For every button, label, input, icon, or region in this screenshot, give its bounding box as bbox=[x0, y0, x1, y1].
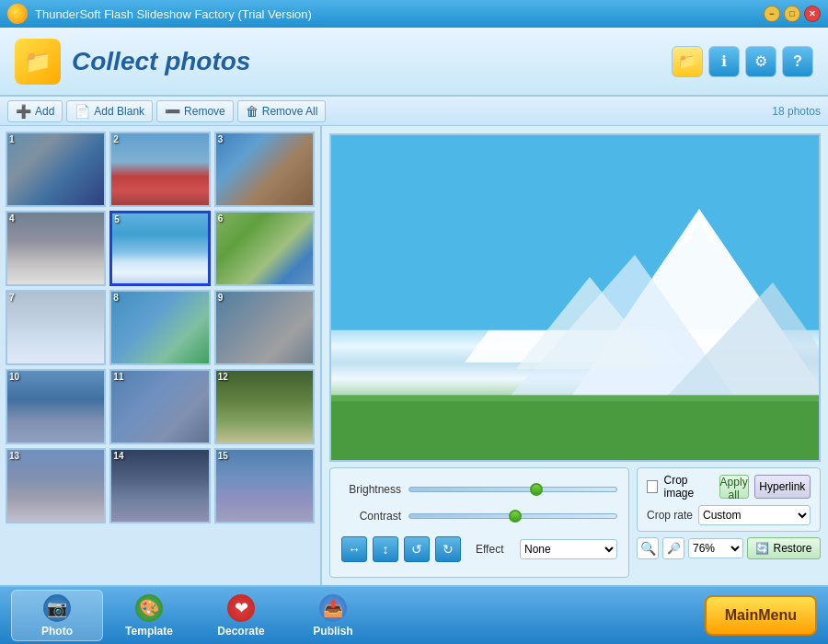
zoom-select[interactable]: 76% 25% 50% 100% bbox=[688, 538, 743, 558]
photo-cell-2[interactable]: 2 bbox=[109, 132, 210, 207]
add-blank-label: Add Blank bbox=[94, 105, 144, 118]
contrast-track[interactable] bbox=[408, 513, 617, 519]
contrast-thumb[interactable] bbox=[509, 510, 522, 523]
effect-row: ↔ ↕ ↺ ↻ Effect None Grayscale Sepia Blur bbox=[341, 536, 617, 562]
effect-label: Effect bbox=[476, 543, 512, 556]
nav-template-label: Template bbox=[125, 625, 173, 638]
photo-cell-3[interactable]: 3 bbox=[214, 132, 315, 207]
preview-svg bbox=[331, 135, 819, 460]
folder-icon-button[interactable]: 📁 bbox=[672, 46, 703, 77]
photo-num-1: 1 bbox=[9, 134, 15, 144]
zoom-out-button[interactable]: 🔎 bbox=[662, 537, 684, 559]
nav-photo[interactable]: 📷 Photo bbox=[11, 590, 103, 641]
transform-icons: ↔ ↕ ↺ ↻ bbox=[341, 536, 461, 562]
svg-rect-8 bbox=[331, 401, 819, 460]
photo-cell-15[interactable]: 15 bbox=[214, 448, 315, 523]
close-button[interactable]: ✕ bbox=[804, 6, 821, 22]
crop-panel: Crop image Apply all Hyperlink Crop rate… bbox=[637, 467, 821, 532]
brightness-label: Brightness bbox=[341, 483, 401, 496]
nav-publish[interactable]: 📤 Publish bbox=[287, 590, 379, 641]
contrast-label: Contrast bbox=[341, 510, 401, 523]
photo-cell-12[interactable]: 12 bbox=[214, 369, 315, 444]
photo-thumb-10 bbox=[7, 371, 104, 443]
zoom-restore-row: 🔍 🔎 76% 25% 50% 100% 🔄 Restore bbox=[637, 537, 821, 559]
crop-rate-row: Crop rate Custom 4:3 16:9 1:1 3:2 bbox=[647, 505, 811, 525]
photo-num-7: 7 bbox=[9, 293, 15, 303]
photo-cell-11[interactable]: 11 bbox=[109, 369, 210, 444]
nav-publish-label: Publish bbox=[313, 625, 352, 638]
flip-h-button[interactable]: ↔ bbox=[341, 536, 367, 562]
contrast-row: Contrast bbox=[341, 510, 617, 523]
photo-thumb-15 bbox=[216, 450, 313, 522]
add-button[interactable]: ➕ Add bbox=[7, 100, 63, 122]
photo-cell-10[interactable]: 10 bbox=[6, 369, 106, 444]
crop-rate-select[interactable]: Custom 4:3 16:9 1:1 3:2 bbox=[698, 505, 811, 525]
remove-button[interactable]: ➖ Remove bbox=[156, 100, 234, 122]
photo-cell-7[interactable]: 7 bbox=[6, 290, 106, 365]
rotate-right-button[interactable]: ↻ bbox=[435, 536, 461, 562]
photo-thumb-2 bbox=[111, 133, 208, 205]
photo-cell-8[interactable]: 8 bbox=[109, 290, 210, 365]
crop-row: Crop image Apply all Hyperlink bbox=[647, 474, 811, 500]
add-icon: ➕ bbox=[16, 104, 31, 119]
photo-cell-5[interactable]: 5 bbox=[109, 211, 210, 286]
photo-cell-1[interactable]: 1 bbox=[6, 132, 106, 207]
photo-num-4: 4 bbox=[9, 213, 15, 224]
photo-panel: 1 2 3 4 5 bbox=[0, 126, 322, 585]
photo-cell-6[interactable]: 6 bbox=[214, 211, 315, 286]
photo-thumb-1 bbox=[7, 133, 104, 205]
header-actions: 📁 ℹ ⚙ ? bbox=[672, 46, 813, 77]
main-menu-button[interactable]: MainMenu bbox=[705, 595, 817, 636]
restore-button[interactable]: 🔄 Restore bbox=[747, 537, 821, 559]
add-blank-button[interactable]: 📄 Add Blank bbox=[66, 100, 153, 122]
maximize-button[interactable]: □ bbox=[784, 6, 800, 22]
effect-select[interactable]: None Grayscale Sepia Blur bbox=[520, 539, 617, 559]
photo-cell-13[interactable]: 13 bbox=[6, 448, 106, 523]
settings-icon-button[interactable]: ⚙ bbox=[745, 46, 776, 77]
apply-all-button[interactable]: Apply all bbox=[719, 475, 749, 499]
photo-num-9: 9 bbox=[218, 293, 224, 303]
photo-thumb-3 bbox=[216, 133, 313, 205]
toolbar: ➕ Add 📄 Add Blank ➖ Remove 🗑 Remove All … bbox=[0, 97, 828, 126]
photo-thumb-5 bbox=[112, 213, 207, 283]
remove-all-icon: 🗑 bbox=[246, 104, 259, 119]
hyperlink-button[interactable]: Hyperlink bbox=[754, 475, 811, 499]
app-title: ThunderSoft Flash Slideshow Factory (Tri… bbox=[35, 7, 312, 21]
flip-v-button[interactable]: ↕ bbox=[373, 536, 398, 562]
add-blank-icon: 📄 bbox=[75, 104, 90, 119]
nav-decorate[interactable]: ❤ Decorate bbox=[195, 590, 287, 641]
minimize-button[interactable]: − bbox=[764, 6, 780, 22]
restore-label: Restore bbox=[773, 542, 811, 555]
photo-grid: 1 2 3 4 5 bbox=[6, 132, 315, 523]
photo-cell-14[interactable]: 14 bbox=[109, 448, 210, 523]
photo-cell-9[interactable]: 9 bbox=[214, 290, 315, 365]
controls-panel: Brightness Contrast ↔ ↕ ↺ bbox=[329, 467, 821, 578]
window-controls: − □ ✕ bbox=[764, 6, 821, 22]
photo-num-5: 5 bbox=[114, 214, 120, 224]
brightness-track[interactable] bbox=[408, 487, 617, 492]
rotate-left-button[interactable]: ↺ bbox=[404, 536, 430, 562]
photo-thumb-9 bbox=[216, 292, 313, 363]
brightness-thumb[interactable] bbox=[530, 483, 543, 496]
brightness-row: Brightness bbox=[341, 483, 617, 496]
sliders-panel: Brightness Contrast ↔ ↕ ↺ bbox=[329, 467, 629, 578]
remove-all-label: Remove All bbox=[262, 105, 318, 118]
crop-image-checkbox[interactable] bbox=[647, 480, 658, 493]
photo-num-12: 12 bbox=[218, 372, 228, 382]
photo-count: 18 photos bbox=[772, 105, 821, 118]
nav-photo-label: Photo bbox=[41, 625, 73, 638]
publish-nav-icon: 📤 bbox=[319, 594, 347, 622]
remove-icon: ➖ bbox=[165, 104, 180, 119]
help-icon-button[interactable]: ? bbox=[782, 46, 813, 77]
photo-cell-4[interactable]: 4 bbox=[6, 211, 106, 286]
header: 📁 Collect photos 📁 ℹ ⚙ ? bbox=[0, 28, 828, 97]
photo-thumb-14 bbox=[111, 450, 208, 522]
nav-template[interactable]: 🎨 Template bbox=[103, 590, 195, 641]
photo-thumb-4 bbox=[7, 213, 104, 284]
info-icon-button[interactable]: ℹ bbox=[708, 46, 740, 77]
photo-grid-container[interactable]: 1 2 3 4 5 bbox=[0, 126, 320, 585]
photo-thumb-7 bbox=[7, 292, 104, 363]
zoom-in-button[interactable]: 🔍 bbox=[637, 537, 659, 559]
photo-num-14: 14 bbox=[113, 451, 123, 461]
remove-all-button[interactable]: 🗑 Remove All bbox=[237, 100, 327, 122]
